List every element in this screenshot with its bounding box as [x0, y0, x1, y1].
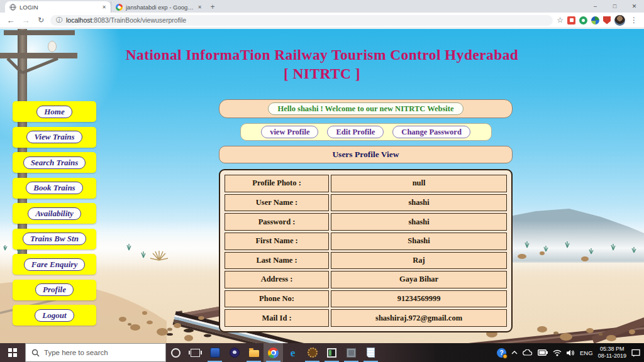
sidebar-item-view-trains[interactable]: View Trains: [13, 127, 96, 148]
sidebar-item-profile[interactable]: Profile: [13, 280, 96, 300]
profile-field-value: shashiraj.972@gmail.com: [331, 309, 507, 327]
view-profile-button[interactable]: view Profile: [261, 126, 318, 138]
system-tray: ? ENG 05:38 PM 08-11-2019: [497, 346, 644, 360]
reload-icon[interactable]: ↻: [35, 16, 47, 25]
sidebar-item-search-trains[interactable]: Search Trains: [13, 152, 96, 173]
sidebar-item-label: Book Trains: [26, 182, 82, 194]
sidebar-item-logout[interactable]: Logout: [13, 305, 96, 326]
page-title: National InformaTion Railway Tourism Con…: [0, 45, 644, 83]
minimize-button[interactable]: –: [586, 0, 605, 13]
onedrive-cloud-icon[interactable]: [523, 349, 533, 356]
sidebar-item-home[interactable]: Home: [13, 101, 96, 122]
forward-icon[interactable]: →: [20, 16, 31, 25]
section-header: Users Profile View: [219, 146, 513, 163]
change-password-button[interactable]: Change Password: [392, 126, 470, 138]
browser-navbar: ← → ↻ ⓘ localhost:8083/TrainBook/viewuse…: [0, 13, 644, 28]
task-view-button[interactable]: [186, 343, 205, 362]
search-input[interactable]: [44, 349, 148, 356]
close-tab-icon[interactable]: ✕: [102, 4, 106, 10]
profile-field-value: shashi: [331, 194, 507, 212]
windows-logo-icon: [8, 348, 17, 357]
page-title-line2: [ NITRTC ]: [0, 64, 644, 83]
gray-app-icon: [347, 348, 356, 358]
taskbar-notepad[interactable]: [361, 343, 380, 362]
profile-field-label: Phone No:: [225, 290, 329, 308]
profile-table-container: Profile Photo : null User Name : shashi …: [219, 169, 513, 332]
window-app-icon: [327, 348, 336, 358]
bookmark-star-icon[interactable]: ☆: [557, 16, 564, 25]
sidebar-item-book-trains[interactable]: Book Trains: [13, 178, 96, 199]
taskbar-app-gray[interactable]: [341, 343, 361, 362]
wifi-icon[interactable]: [553, 349, 562, 356]
tab-title: LOGIN: [19, 4, 99, 11]
chevron-up-icon[interactable]: [511, 351, 518, 354]
browser-menu-icon[interactable]: ⋮: [629, 16, 639, 25]
taskbar-app-gear[interactable]: [303, 343, 322, 362]
extension-icon-1[interactable]: [567, 16, 575, 25]
profile-field-label: First Name :: [225, 233, 329, 250]
profile-field-label: Address :: [225, 271, 329, 288]
address-bar[interactable]: ⓘ localhost:8083/TrainBook/viewuserprofi…: [50, 15, 553, 26]
webpage: National InformaTion Railway Tourism Con…: [0, 29, 644, 343]
task-view-icon: [191, 349, 200, 357]
sidebar-item-availability[interactable]: Availability: [13, 203, 96, 224]
main-content: Hello shashi ! Welcome to our new NITRTC…: [219, 99, 513, 332]
taskbar-devcpp[interactable]: [205, 343, 225, 362]
maximize-button[interactable]: □: [605, 0, 625, 13]
page-title-line1: National InformaTion Railway Tourism Con…: [0, 45, 644, 64]
taskbar: e ? ENG 05:38 PM 08-11-2019: [0, 343, 644, 362]
taskbar-edge[interactable]: e: [283, 343, 303, 362]
tab-title: janshatabdi exp - Google Search: [126, 4, 194, 11]
action-center-icon[interactable]: [631, 349, 640, 357]
profile-field-value: Raj: [331, 252, 507, 270]
profile-actions-bar: view Profile Edit Profile Change Passwor…: [240, 123, 492, 141]
profile-field-label: Last Name :: [225, 252, 329, 270]
language-indicator[interactable]: ENG: [580, 349, 593, 356]
sidebar-item-label: Trains Bw Stn: [23, 233, 86, 245]
sidebar-item-label: Fare Enquiry: [24, 258, 85, 271]
back-icon[interactable]: ←: [5, 16, 16, 25]
profile-field-value: Gaya Bihar: [331, 271, 507, 288]
profile-field-value: 91234569999: [331, 290, 507, 308]
extension-shield-icon[interactable]: [603, 16, 611, 25]
cortana-button[interactable]: [166, 343, 186, 362]
profile-field-value: shashi: [331, 213, 507, 231]
extension-icon-2[interactable]: [579, 16, 587, 25]
profile-field-label: Mail Id :: [225, 309, 329, 327]
taskbar-file-explorer[interactable]: [244, 343, 264, 362]
tab-google-search[interactable]: janshatabdi exp - Google Search ✕: [111, 1, 206, 13]
sidebar-item-fare-enquiry[interactable]: Fare Enquiry: [13, 254, 96, 275]
profile-field-value: null: [331, 175, 507, 192]
tab-login[interactable]: LOGIN ✕: [5, 1, 111, 13]
window-controls: – □ ✕: [586, 0, 644, 13]
sidebar-item-label: Home: [36, 106, 72, 118]
edit-profile-button[interactable]: Edit Profile: [327, 126, 384, 138]
sidebar-item-trains-bw-stn[interactable]: Trains Bw Stn: [13, 229, 96, 250]
site-info-icon[interactable]: ⓘ: [56, 16, 62, 25]
clock-time: 05:38 PM: [598, 346, 626, 353]
taskbar-clock[interactable]: 05:38 PM 08-11-2019: [598, 346, 626, 360]
browser-tab-strip: LOGIN ✕ janshatabdi exp - Google Search …: [0, 0, 644, 13]
battery-icon[interactable]: [538, 349, 548, 356]
new-tab-button[interactable]: +: [206, 1, 219, 13]
extension-icon-3[interactable]: [591, 16, 599, 25]
help-tray-icon[interactable]: ?: [497, 348, 506, 358]
profile-field-label: Profile Photo :: [225, 175, 329, 192]
search-icon: [31, 349, 40, 357]
close-tab-icon[interactable]: ✕: [197, 4, 202, 10]
taskbar-search[interactable]: [25, 343, 166, 362]
taskbar-app-window[interactable]: [322, 343, 341, 362]
profile-avatar[interactable]: [614, 15, 625, 26]
url-host: localhost: [66, 16, 92, 24]
devcpp-icon: [210, 348, 220, 358]
start-button[interactable]: [0, 343, 25, 362]
taskbar-eclipse[interactable]: [225, 343, 244, 362]
notepad-icon: [367, 348, 375, 358]
close-window-button[interactable]: ✕: [625, 0, 644, 13]
sidebar-item-label: View Trains: [26, 131, 82, 143]
speaker-icon[interactable]: [567, 349, 575, 356]
cortana-icon: [171, 348, 180, 358]
taskbar-chrome[interactable]: [264, 343, 283, 362]
profile-field-label: Password :: [225, 213, 329, 231]
sidebar-item-label: Availability: [28, 207, 80, 220]
